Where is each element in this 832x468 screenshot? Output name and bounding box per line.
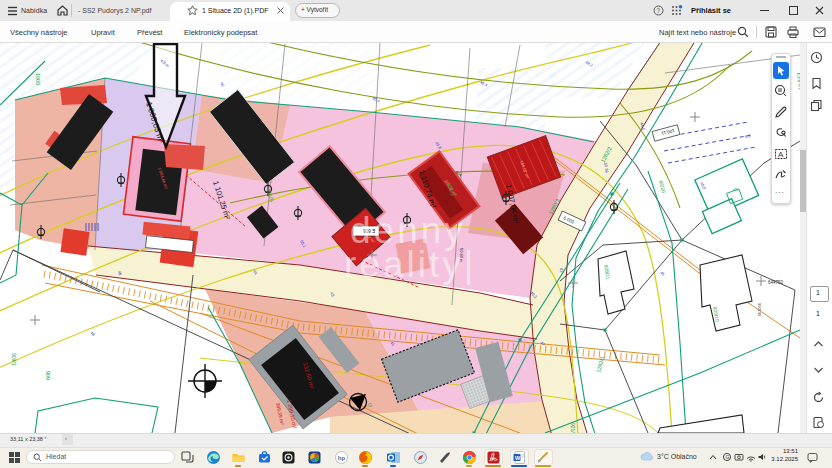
svg-text:45: 45: [659, 270, 666, 277]
svg-text:921/1: 921/1: [570, 423, 576, 433]
svg-text:45: 45: [733, 187, 738, 192]
svg-text:G: G: [368, 402, 372, 408]
svg-text:6/220: 6/220: [658, 180, 667, 194]
svg-text:?: ?: [657, 7, 661, 14]
svg-text:hp: hp: [337, 455, 345, 461]
svg-text:42: 42: [559, 268, 564, 273]
svg-text:1000: 1000: [35, 73, 41, 85]
svg-text:W: W: [515, 455, 521, 461]
svg-text:48: 48: [89, 330, 96, 337]
svg-text:A: A: [778, 150, 784, 159]
svg-text:4,5: 4,5: [744, 133, 751, 139]
svg-text:reality|: reality|: [344, 244, 476, 285]
svg-text:909/1: 909/1: [11, 353, 17, 366]
svg-text:909: 909: [45, 371, 51, 380]
svg-text:G: G: [725, 454, 729, 460]
svg-text:1262/1: 1262/1: [595, 355, 605, 373]
svg-text:644750: 644750: [768, 280, 784, 285]
svg-text:990190: 990190: [757, 303, 762, 317]
